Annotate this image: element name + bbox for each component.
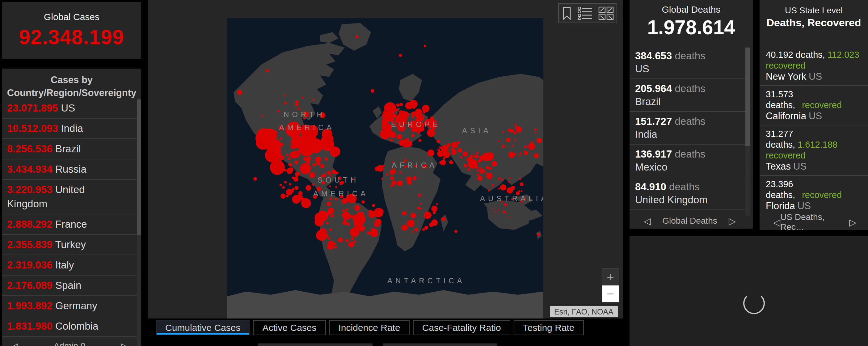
country-name: France [55, 218, 87, 230]
us-row-place: California US [766, 111, 866, 122]
cases-row[interactable]: 2.355.839 Turkey [2, 234, 137, 255]
world-map[interactable]: NORTHAMERICAEUROPEASIAAFRICASOUTHAMERICA… [227, 18, 544, 318]
region-label: AMERICA [279, 123, 335, 132]
death-count: 384.653 [635, 50, 672, 61]
below-fold-panel-edge [383, 344, 497, 346]
region-label: NORTH [284, 110, 325, 119]
us-row-place: New York US [766, 71, 866, 82]
case-count: 8.256.536 [7, 143, 53, 154]
us-state-row[interactable]: 40.192 deaths,112.023recoveredNew York U… [760, 46, 868, 85]
cases-row[interactable]: 10.512.093 India [2, 118, 137, 138]
global-deaths-panel: Global Deaths 1.978.614 384.653 deathsUS… [629, 0, 753, 229]
region-label: AUSTRALIA [480, 194, 544, 203]
region-label: ANTARCTICA [388, 277, 465, 285]
cases-scrollbar[interactable] [137, 98, 141, 346]
cases-row[interactable]: 1.831.980 Colombia [2, 316, 137, 336]
loading-spinner-icon [743, 292, 765, 314]
cases-pager-label: Admin 0 [54, 341, 86, 346]
country-name: India [635, 128, 657, 140]
us-state-row[interactable]: 31.277 deaths,1.612.188recoveredTexas US [760, 125, 868, 175]
case-count: 1.993.892 [7, 300, 53, 311]
pager-prev-icon[interactable]: ◁ [11, 341, 18, 346]
case-count: 2.319.036 [7, 259, 53, 271]
region-label: SOUTH [317, 176, 359, 184]
map-panel: NORTHAMERICAEUROPEASIAAFRICASOUTHAMERICA… [148, 0, 623, 318]
loading-panel [629, 236, 868, 346]
tab-case-fatality-ratio[interactable]: Case-Fatality Ratio [413, 320, 510, 335]
us-state-row[interactable]: 31.573 deaths,recoveredCalifornia US [760, 85, 868, 125]
case-count: 23.071.895 [7, 102, 58, 114]
pager-prev-icon[interactable]: ◁ [773, 217, 780, 228]
basemap-icon[interactable] [598, 6, 614, 20]
us-state-title: US State Level [760, 6, 868, 15]
cases-row[interactable]: 8.256.536 Brazil [2, 138, 137, 159]
cases-row[interactable]: 1.993.892 Germany [2, 295, 137, 316]
global-deaths-value: 1.978.614 [629, 16, 753, 39]
cases-list: 23.071.895 US10.512.093 India8.256.536 B… [2, 98, 137, 346]
cases-row[interactable]: 2.176.089 Spain [2, 275, 137, 295]
country-name: Turkey [55, 239, 86, 250]
us-row-line1: 31.573 deaths,recovered [766, 89, 866, 111]
country-name: Russia [55, 163, 87, 175]
us-pager-label: US Deaths, Rec… [780, 212, 849, 230]
tab-cumulative-cases[interactable]: Cumulative Cases [156, 320, 250, 335]
country-name: US [635, 63, 649, 74]
death-row-line2: United Kingdom [635, 193, 744, 207]
bookmark-icon[interactable] [562, 6, 572, 20]
country-suffix: US [793, 161, 807, 172]
us-row-place: Florida US [766, 200, 866, 212]
deaths-scrollbar[interactable] [745, 47, 750, 216]
country-name: US [61, 102, 75, 114]
cases-scrollbar-thumb[interactable] [137, 99, 141, 235]
death-row[interactable]: 151.727 deathsIndia [629, 111, 745, 144]
pager-next-icon[interactable]: ▷ [849, 217, 856, 228]
cases-row[interactable]: 2.888.292 France [2, 214, 137, 234]
cases-row[interactable]: 3.220.953 United Kingdom [2, 179, 137, 214]
map-toolbar [558, 3, 617, 23]
country-suffix: US [809, 71, 822, 82]
country-name: Germany [55, 300, 97, 311]
tab-testing-rate[interactable]: Testing Rate [514, 320, 584, 335]
country-name: Mexico [635, 161, 668, 173]
us-state-row[interactable]: 23.396 deaths,recoveredFlorida US [760, 175, 868, 215]
legend-icon[interactable] [578, 6, 592, 20]
pager-prev-icon[interactable]: ◁ [644, 216, 651, 226]
pager-next-icon[interactable]: ▷ [729, 216, 736, 226]
tab-active-cases[interactable]: Active Cases [253, 320, 326, 335]
us-row-line1: 40.192 deaths,112.023 [766, 50, 866, 60]
death-count: 84.910 [635, 181, 666, 192]
death-row[interactable]: 384.653 deathsUS [629, 46, 745, 78]
death-unit: deaths [675, 50, 705, 61]
us-state-pager: ◁ US Deaths, Rec… ▷ [765, 215, 865, 229]
region-label: AMERICA [313, 189, 369, 198]
country-name: Colombia [55, 320, 98, 332]
zoom-in-button[interactable]: + [602, 269, 619, 285]
death-row[interactable]: 84.910 deathsUnited Kingdom [629, 177, 745, 210]
case-count: 1.831.980 [7, 320, 53, 332]
death-unit: deaths [675, 148, 705, 160]
pager-next-icon[interactable]: ▷ [121, 341, 128, 346]
deaths-scrollbar-thumb[interactable] [745, 48, 750, 146]
death-row[interactable]: 136.917 deathsMexico [629, 144, 745, 177]
us-row-line2: recovered [766, 60, 866, 71]
us-deaths: 31.573 deaths, [766, 89, 795, 110]
cases-by-country-panel: Cases by Country/Region/Sovereignty 23.0… [2, 69, 141, 346]
country-name: Spain [55, 280, 81, 291]
cases-row[interactable]: 2.319.036 Italy [2, 255, 137, 275]
death-row[interactable]: 205.964 deathsBrazil [629, 78, 745, 111]
state-name: Florida [766, 200, 795, 211]
zoom-out-button[interactable]: − [602, 285, 619, 302]
us-row-line2: recovered [766, 150, 866, 161]
tab-incidence-rate[interactable]: Incidence Rate [329, 320, 410, 335]
case-count: 3.434.934 [7, 163, 53, 175]
cases-row[interactable]: 23.071.895 US [2, 98, 137, 118]
us-state-panel: US State Level Deaths, Recovered 40.192 … [760, 0, 868, 230]
cases-row[interactable]: 3.434.934 Russia [2, 159, 137, 179]
map-zoom-controls: + − [602, 269, 619, 303]
death-row-line2: India [635, 128, 744, 141]
us-recovered: 112.023 [828, 50, 859, 60]
state-name: Texas [766, 161, 791, 172]
country-name: United Kingdom [635, 194, 708, 206]
case-count: 10.512.093 [7, 123, 58, 134]
state-name: California [766, 111, 806, 121]
